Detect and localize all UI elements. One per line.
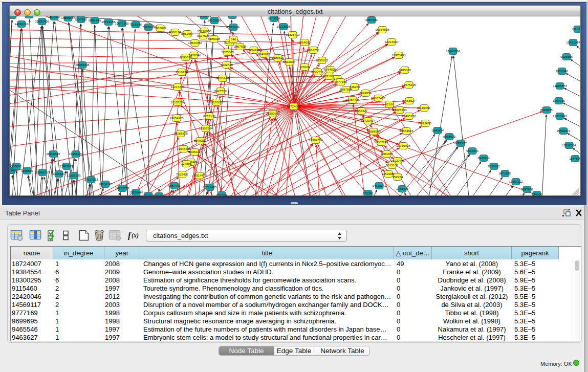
svg-text:9115460: 9115460 xyxy=(418,106,430,110)
svg-text:7485063: 7485063 xyxy=(399,68,411,72)
svg-text:10807487: 10807487 xyxy=(371,96,385,100)
svg-text:2867608: 2867608 xyxy=(234,45,247,48)
svg-text:8878352: 8878352 xyxy=(194,139,207,142)
svg-text:2803144: 2803144 xyxy=(216,76,229,80)
svg-text:19654923: 19654923 xyxy=(399,129,413,133)
svg-text:7515526: 7515526 xyxy=(142,25,155,29)
svg-text:9242848: 9242848 xyxy=(221,63,233,67)
svg-text:10654112: 10654112 xyxy=(509,180,523,183)
svg-text:10671355: 10671355 xyxy=(115,21,129,25)
svg-text:23975867: 23975867 xyxy=(59,164,74,168)
svg-text:115626: 115626 xyxy=(299,65,310,69)
svg-text:1803302: 1803302 xyxy=(226,16,239,17)
svg-text:7632621: 7632621 xyxy=(488,164,500,168)
svg-text:1864093: 1864093 xyxy=(298,40,311,44)
svg-text:9245652: 9245652 xyxy=(521,187,534,191)
svg-text:12213967: 12213967 xyxy=(384,40,399,43)
svg-text:8215955: 8215955 xyxy=(540,108,553,112)
svg-text:16154808: 16154808 xyxy=(375,28,389,31)
svg-text:1112383: 1112383 xyxy=(572,27,580,31)
svg-text:546: 546 xyxy=(231,37,236,41)
svg-text:10923448: 10923448 xyxy=(129,190,143,194)
svg-text:917006: 917006 xyxy=(211,100,222,104)
svg-text:7857224: 7857224 xyxy=(227,25,240,29)
svg-text:10855287: 10855287 xyxy=(61,16,75,19)
svg-text:12505135: 12505135 xyxy=(67,173,81,177)
svg-text:8938923: 8938923 xyxy=(443,135,456,138)
svg-text:9146821: 9146821 xyxy=(258,52,271,56)
svg-text:252254: 252254 xyxy=(393,175,403,179)
svg-text:2935114: 2935114 xyxy=(477,156,490,160)
svg-text:2718126: 2718126 xyxy=(176,70,188,74)
svg-text:16033809: 16033809 xyxy=(207,18,222,22)
svg-text:10025453: 10025453 xyxy=(393,108,407,112)
svg-text:1733426: 1733426 xyxy=(396,187,409,190)
svg-text:1244415: 1244415 xyxy=(553,99,565,102)
svg-text:15720407: 15720407 xyxy=(361,119,375,122)
svg-text:15751074: 15751074 xyxy=(566,40,580,44)
svg-text:16914479: 16914479 xyxy=(192,173,207,177)
svg-text:7986322: 7986322 xyxy=(355,109,368,113)
svg-text:1640954: 1640954 xyxy=(431,128,444,132)
svg-text:8813054: 8813054 xyxy=(268,16,280,20)
svg-text:3624554: 3624554 xyxy=(359,91,372,95)
svg-text:28053346: 28053346 xyxy=(75,63,90,67)
svg-text:16033809: 16033809 xyxy=(197,16,211,17)
svg-text:16648784: 16648784 xyxy=(446,49,460,53)
svg-text:14055713: 14055713 xyxy=(14,22,29,26)
svg-text:6794028: 6794028 xyxy=(324,68,337,71)
svg-text:1527602: 1527602 xyxy=(75,17,88,21)
svg-text:9227342: 9227342 xyxy=(556,69,569,73)
svg-text:19218506: 19218506 xyxy=(276,25,291,28)
svg-text:1615132: 1615132 xyxy=(386,163,399,167)
svg-text:7663822: 7663822 xyxy=(154,26,167,30)
svg-text:8912954: 8912954 xyxy=(181,32,194,35)
svg-text:9699695: 9699695 xyxy=(419,121,432,125)
svg-text:1807317: 1807317 xyxy=(48,16,61,18)
svg-text:1156829: 1156829 xyxy=(21,169,33,172)
svg-text:3498222: 3498222 xyxy=(188,150,201,154)
svg-text:8471676: 8471676 xyxy=(499,171,512,175)
svg-text:20691406: 20691406 xyxy=(35,19,49,23)
svg-text:21364436: 21364436 xyxy=(345,98,360,101)
svg-text:7515526: 7515526 xyxy=(129,23,142,26)
svg-text:16210643: 16210643 xyxy=(553,114,567,118)
svg-text:10958107: 10958107 xyxy=(98,182,113,186)
svg-text:9777169: 9777169 xyxy=(335,80,347,83)
svg-text:7955812: 7955812 xyxy=(316,58,329,62)
svg-text:1588520: 1588520 xyxy=(272,56,285,59)
svg-text:9084067: 9084067 xyxy=(381,152,394,156)
svg-text:8267130: 8267130 xyxy=(203,114,216,118)
svg-text:12093873: 12093873 xyxy=(553,84,567,87)
svg-text:10756928: 10756928 xyxy=(396,144,410,147)
svg-text:16782759: 16782759 xyxy=(115,186,129,190)
svg-text:9890628: 9890628 xyxy=(180,55,192,59)
svg-text:2087682: 2087682 xyxy=(365,18,378,21)
svg-text:11353504: 11353504 xyxy=(199,126,213,130)
svg-text:5875685: 5875685 xyxy=(222,50,234,54)
svg-text:9474444: 9474444 xyxy=(466,149,479,152)
svg-text:1092344: 1092344 xyxy=(142,193,155,195)
svg-text:924565: 924565 xyxy=(532,192,542,195)
svg-text:9657791: 9657791 xyxy=(168,184,181,187)
svg-text:9463627: 9463627 xyxy=(403,99,416,102)
svg-text:10719155: 10719155 xyxy=(101,20,116,24)
svg-text:8186328: 8186328 xyxy=(208,37,221,40)
svg-text:535061: 535061 xyxy=(11,164,22,168)
svg-text:(x): (x) xyxy=(132,232,139,239)
svg-text:6466160: 6466160 xyxy=(89,18,101,22)
svg-text:12213369: 12213369 xyxy=(170,85,185,89)
svg-text:11325419: 11325419 xyxy=(286,33,300,36)
svg-text:10973493: 10973493 xyxy=(391,53,406,57)
svg-text:109234: 109234 xyxy=(154,194,165,195)
svg-text:17359924: 17359924 xyxy=(69,152,83,156)
svg-text:8427552: 8427552 xyxy=(214,89,227,93)
svg-text:12975115: 12975115 xyxy=(402,83,416,86)
svg-text:12942757: 12942757 xyxy=(35,170,50,174)
svg-text:2269314: 2269314 xyxy=(10,16,19,17)
svg-text:6879197: 6879197 xyxy=(454,141,467,145)
svg-text:127883: 127883 xyxy=(181,162,192,165)
svg-text:10107554: 10107554 xyxy=(170,100,185,104)
svg-text:62160: 62160 xyxy=(385,102,394,106)
svg-text:8454749: 8454749 xyxy=(248,48,260,52)
